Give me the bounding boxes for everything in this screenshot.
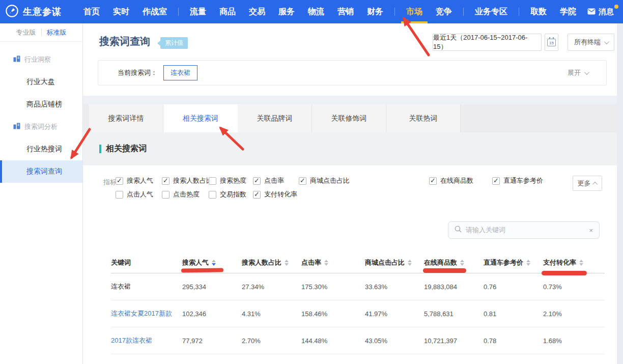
cell: 41.97% — [365, 310, 424, 318]
th-ztc-ref-price[interactable]: 直通车参考价 — [484, 258, 543, 267]
cb-mall-click-ratio[interactable]: 商城点击占比 — [299, 177, 350, 185]
sort-icon[interactable] — [324, 260, 328, 266]
cb-online-products[interactable]: 在线商品数 — [429, 177, 473, 185]
th-mall-click-ratio[interactable]: 商城点击占比 — [365, 258, 424, 267]
more-label: 更多 — [578, 179, 591, 188]
keyword-search-input[interactable]: 请输入关键词 × — [448, 221, 600, 239]
current-search-word-box: 当前搜索词： 连衣裙 展开 — [98, 60, 607, 86]
nav-item-competition[interactable]: 竞争 — [429, 0, 459, 23]
chevron-down-icon — [604, 39, 609, 44]
sidebar-item-product-shop-rank[interactable]: 商品店铺榜 — [0, 93, 82, 116]
nav-item-finance[interactable]: 财务 — [360, 0, 390, 23]
messages-label: 消息 — [599, 7, 614, 17]
nav-item-traffic[interactable]: 流量 — [183, 0, 213, 23]
cb-click-heat[interactable]: 点击热度 — [162, 190, 200, 199]
cell: 0.81 — [484, 310, 543, 318]
more-metrics-button[interactable]: 更多 — [573, 176, 602, 191]
cb-trade-index[interactable]: 交易指数 — [209, 190, 246, 199]
nav-item-business-zone[interactable]: 业务专区 — [468, 0, 514, 23]
version-tabs: 专业版 标准版 — [0, 23, 82, 42]
expand-toggle[interactable]: 展开 — [568, 68, 588, 77]
nav-item-market[interactable]: 市场 — [400, 0, 429, 23]
th-payment-conversion[interactable]: 支付转化率 — [543, 258, 605, 267]
page-background-strip — [617, 23, 623, 364]
main-content: 搜索词查询 累计值 最近1天（2017-06-15~2017-06-15） 15… — [83, 23, 617, 364]
nav-item-trade[interactable]: 交易 — [242, 0, 272, 23]
terminal-filter-select[interactable]: 所有终端 — [568, 34, 614, 51]
cb-search-heat[interactable]: 搜索热度 — [209, 177, 246, 185]
cumulative-value-badge: 累计值 — [160, 37, 188, 49]
nav-item-home[interactable]: 首页 — [77, 0, 106, 23]
section-header: 相关搜索词 — [83, 132, 617, 165]
sidebar-item-industry-overview[interactable]: 行业大盘 — [0, 71, 82, 93]
sort-icon[interactable] — [285, 260, 289, 266]
tab-related-search-words[interactable]: 相关搜索词 — [163, 104, 238, 132]
tab-related-modifier-words[interactable]: 关联修饰词 — [312, 104, 386, 132]
messages-button[interactable]: 消息 — [587, 7, 614, 17]
tab-related-hot-words[interactable]: 关联热词 — [386, 104, 461, 132]
sort-icon[interactable] — [579, 260, 583, 266]
envelope-icon — [587, 8, 596, 16]
sort-icon[interactable] — [460, 260, 464, 266]
sort-icon[interactable] — [408, 260, 412, 266]
sidebar-group-label: 行业洞察 — [24, 55, 51, 64]
checkbox-icon — [162, 177, 169, 185]
nav-item-realtime[interactable]: 实时 — [106, 0, 136, 23]
tab-search-word-detail[interactable]: 搜索词详情 — [89, 104, 163, 132]
checkbox-icon — [116, 177, 123, 185]
cb-payment-conversion[interactable]: 支付转化率 — [253, 190, 297, 199]
cell: 295,334 — [182, 283, 242, 291]
search-icon — [455, 226, 462, 235]
nav-items: 首页 实时 作战室 流量 商品 交易 服务 物流 营销 财务 市场 竞争 业务专… — [77, 0, 583, 23]
checkbox-icon — [209, 177, 216, 185]
nav-item-marketing[interactable]: 营销 — [331, 0, 360, 23]
calendar-button[interactable]: 15 — [545, 34, 558, 51]
tab-related-brand-words[interactable]: 关联品牌词 — [238, 104, 312, 132]
nav-divider — [519, 8, 519, 16]
cb-click-popularity[interactable]: 点击人气 — [116, 190, 153, 199]
cb-searcher-ratio[interactable]: 搜索人数占比 — [162, 177, 213, 185]
buildings-icon — [13, 123, 20, 131]
nav-divider — [463, 8, 464, 16]
cb-search-popularity[interactable]: 搜索人气 — [116, 177, 153, 185]
date-range-selector[interactable]: 最近1天（2017-06-15~2017-06-15） — [433, 34, 542, 51]
cell-keyword-link[interactable]: 连衣裙女夏2017新款 — [111, 309, 182, 318]
cb-ztc-ref-price[interactable]: 直通车参考价 — [492, 177, 543, 185]
current-word-label: 当前搜索词： — [118, 68, 157, 77]
th-search-popularity[interactable]: 搜索人气 — [182, 258, 242, 267]
nav-item-logistics[interactable]: 物流 — [301, 0, 331, 23]
cell-keyword-link[interactable]: 2017款连衣裙 — [111, 336, 182, 345]
th-keyword: 关键词 — [111, 258, 182, 267]
search-placeholder: 请输入关键词 — [466, 226, 585, 235]
nav-item-data-fetch[interactable]: 取数 — [524, 0, 553, 23]
sidebar-tab-standard[interactable]: 标准版 — [47, 28, 67, 37]
nav-item-war-room[interactable]: 作战室 — [136, 0, 174, 23]
clear-search-icon[interactable]: × — [589, 227, 593, 234]
page-header: 搜索词查询 累计值 最近1天（2017-06-15~2017-06-15） 15… — [83, 23, 617, 96]
brand[interactable]: 生意参谋 — [5, 4, 62, 20]
current-word-tag[interactable]: 连衣裙 — [163, 65, 197, 80]
sidebar-tab-professional[interactable]: 专业版 — [16, 28, 36, 37]
checkbox-icon — [253, 191, 261, 199]
chevron-up-icon — [592, 181, 598, 186]
sort-icon[interactable] — [212, 260, 216, 266]
cell: 33.63% — [365, 283, 424, 291]
nav-divider — [394, 8, 395, 16]
sidebar-item-search-word-query[interactable]: 搜索词查询 — [0, 160, 82, 183]
nav-item-service[interactable]: 服务 — [272, 0, 301, 23]
sidebar-item-industry-hot-words[interactable]: 行业热搜词 — [0, 138, 82, 160]
th-searcher-ratio[interactable]: 搜索人数占比 — [242, 258, 301, 267]
nav-item-product[interactable]: 商品 — [213, 0, 242, 23]
sort-icon[interactable] — [526, 260, 530, 266]
th-click-rate[interactable]: 点击率 — [301, 258, 365, 267]
divider — [41, 29, 42, 36]
section-gap — [83, 96, 617, 104]
top-navbar: 生意参谋 首页 实时 作战室 流量 商品 交易 服务 物流 营销 财务 市场 竞… — [0, 0, 623, 23]
nav-item-academy[interactable]: 学院 — [553, 0, 583, 23]
cell: 0.76 — [484, 283, 543, 291]
cb-click-rate[interactable]: 点击率 — [253, 177, 284, 185]
th-online-products[interactable]: 在线商品数 — [424, 258, 484, 267]
checkbox-icon — [162, 191, 169, 199]
sidebar-group-search-word-analysis: 搜索词分析 — [0, 116, 82, 138]
page-title: 搜索词查询 — [99, 35, 150, 48]
